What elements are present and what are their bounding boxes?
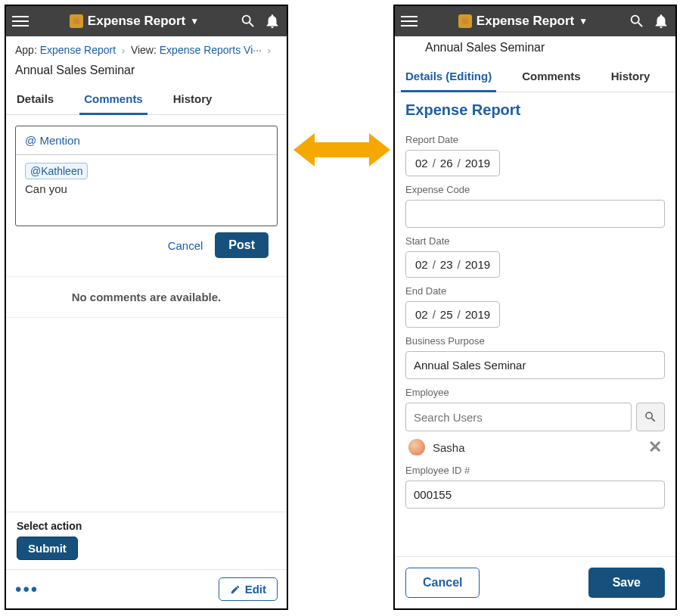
start-date-label: Start Date xyxy=(405,235,665,247)
select-action-label: Select action xyxy=(17,520,276,532)
form-title: Expense Report xyxy=(395,92,675,123)
breadcrumb-app-label: App: xyxy=(15,44,37,56)
tab-comments[interactable]: Comments xyxy=(517,62,585,92)
report-date-label: Report Date xyxy=(405,134,665,145)
selected-employee-name: Sasha xyxy=(433,441,641,454)
app-title-text: Expense Report xyxy=(477,14,574,29)
report-date-input[interactable]: 02/ 26/ 2019 xyxy=(405,150,500,176)
app-icon xyxy=(458,14,472,28)
swap-arrow-icon xyxy=(293,129,390,171)
svg-marker-0 xyxy=(293,133,390,166)
tabs: Details Comments History xyxy=(6,85,287,115)
menu-icon[interactable] xyxy=(12,13,29,30)
tab-comments[interactable]: Comments xyxy=(79,85,147,115)
employee-lookup-button[interactable] xyxy=(636,403,665,431)
expense-code-label: Expense Code xyxy=(405,184,665,195)
comment-textarea[interactable]: @Kathleen Can you xyxy=(16,155,277,226)
breadcrumb: App: Expense Report › View: Expense Repo… xyxy=(6,36,287,59)
form: Report Date 02/ 26/ 2019 Expense Code St… xyxy=(395,123,675,556)
page-title: Annual Sales Seminar xyxy=(395,36,675,62)
comment-box: @ Mention @Kathleen Can you xyxy=(15,126,278,226)
search-icon[interactable] xyxy=(240,13,256,30)
bell-icon[interactable] xyxy=(653,13,669,30)
tab-details[interactable]: Details xyxy=(12,85,58,114)
employee-id-label: Employee ID # xyxy=(405,465,665,476)
app-icon xyxy=(70,14,83,28)
pencil-icon xyxy=(230,584,241,595)
tab-details-editing[interactable]: Details (Editing) xyxy=(401,62,496,92)
search-icon xyxy=(644,410,657,424)
app-title-text: Expense Report xyxy=(88,14,185,29)
breadcrumb-app-link[interactable]: Expense Report xyxy=(40,44,116,56)
tab-history[interactable]: History xyxy=(169,85,217,114)
menu-icon[interactable] xyxy=(401,13,418,30)
app-title-dropdown[interactable]: Expense Report ▼ xyxy=(70,14,199,29)
tab-history[interactable]: History xyxy=(607,62,655,92)
tabs: Details (Editing) Comments History xyxy=(395,62,675,92)
edit-button[interactable]: Edit xyxy=(219,577,278,601)
no-comments-message: No comments are available. xyxy=(6,276,287,318)
chevron-right-icon: › xyxy=(119,45,128,56)
more-actions-icon[interactable]: ••• xyxy=(15,586,39,593)
post-comment-button[interactable]: Post xyxy=(215,232,269,258)
page-title: Annual Sales Seminar xyxy=(6,59,287,85)
comment-composer: @ Mention @Kathleen Can you Cancel Post xyxy=(6,115,287,276)
caret-down-icon: ▼ xyxy=(579,16,588,26)
breadcrumb-view-link[interactable]: Expense Reports Vi··· xyxy=(160,44,262,56)
action-section: Select action Submit xyxy=(6,512,287,569)
comments-view: Expense Report ▼ App: Expense Report › V… xyxy=(5,5,288,610)
expense-code-input[interactable] xyxy=(405,200,665,228)
footer-bar: ••• Edit xyxy=(6,569,287,608)
search-icon[interactable] xyxy=(629,13,645,30)
selected-employee-row: Sasha ✕ xyxy=(405,431,665,457)
save-button[interactable]: Save xyxy=(588,568,665,598)
employee-label: Employee xyxy=(405,387,665,398)
business-purpose-input[interactable] xyxy=(405,351,665,379)
remove-employee-icon[interactable]: ✕ xyxy=(648,437,662,457)
submit-button[interactable]: Submit xyxy=(17,537,78,560)
cancel-comment-button[interactable]: Cancel xyxy=(168,239,203,252)
end-date-label: End Date xyxy=(405,285,665,297)
end-date-input[interactable]: 02/ 25/ 2019 xyxy=(405,301,500,328)
details-edit-view: Expense Report ▼ Annual Sales Seminar De… xyxy=(393,5,677,610)
comment-text: Can you xyxy=(25,182,67,195)
employee-search-input[interactable] xyxy=(405,403,632,431)
start-date-input[interactable]: 02/ 23/ 2019 xyxy=(405,251,500,278)
breadcrumb-view-label: View: xyxy=(131,44,157,56)
edit-button-label: Edit xyxy=(245,583,266,596)
cancel-button[interactable]: Cancel xyxy=(405,568,480,598)
employee-id-input[interactable] xyxy=(405,481,665,509)
avatar xyxy=(408,439,425,456)
business-purpose-label: Business Purpose xyxy=(405,335,665,347)
mention-chip[interactable]: @Kathleen xyxy=(25,163,88,179)
save-bar: Cancel Save xyxy=(395,556,675,608)
top-bar: Expense Report ▼ xyxy=(395,6,675,36)
top-bar: Expense Report ▼ xyxy=(6,6,287,36)
app-title-dropdown[interactable]: Expense Report ▼ xyxy=(458,14,588,29)
mention-button[interactable]: @ Mention xyxy=(16,126,277,155)
chevron-right-icon: › xyxy=(265,45,274,56)
caret-down-icon: ▼ xyxy=(190,16,199,26)
bell-icon[interactable] xyxy=(264,13,281,30)
